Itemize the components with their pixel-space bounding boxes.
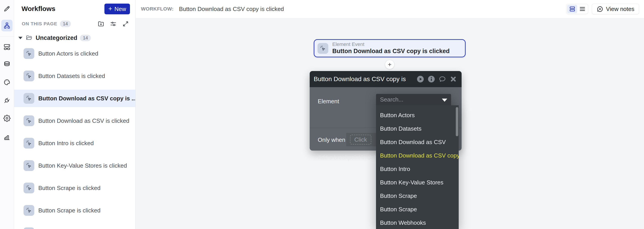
new-workflow-button[interactable]: + New: [104, 4, 130, 14]
pencil-icon: [3, 5, 10, 12]
card-view-button[interactable]: [567, 5, 577, 13]
element-search-input[interactable]: [376, 94, 451, 105]
workflow-item-label: Button Datasets is clicked: [38, 72, 105, 80]
stacked-cards-icon: [569, 6, 576, 12]
folder-uncategorized[interactable]: Uncategorized 14: [14, 32, 135, 44]
database-icon: [3, 61, 10, 68]
new-button-label: New: [114, 6, 126, 12]
cursor-click-icon: [26, 207, 32, 214]
workflow-breadcrumb-label: WORKFLOW:: [141, 6, 174, 12]
left-icon-rail: [0, 0, 14, 229]
info-button[interactable]: [428, 75, 435, 83]
sidebar-item-settings[interactable]: [3, 115, 10, 122]
folder-count-badge: 14: [80, 35, 91, 41]
close-button[interactable]: [450, 75, 457, 83]
element-option[interactable]: Button Key-Value Stores: [376, 176, 459, 189]
modal-header[interactable]: Button Download as CSV copy is: [310, 71, 462, 87]
frame-icon: [3, 44, 10, 51]
element-option[interactable]: Button Datasets: [376, 122, 459, 135]
expand-button[interactable]: [122, 20, 129, 27]
expand-icon: [122, 20, 129, 27]
element-option[interactable]: Button Download as CSV: [376, 135, 459, 149]
element-option[interactable]: Button Webhooks: [376, 216, 459, 229]
on-this-page-row: ON THIS PAGE 14: [14, 19, 135, 29]
workflow-list-item[interactable]: Button Actors is clicked: [14, 42, 135, 65]
sidebar-item-design[interactable]: [3, 5, 10, 12]
element-option-label: Button Datasets: [380, 125, 422, 132]
view-notes-button[interactable]: View notes: [592, 4, 639, 14]
workflow-item-label: Button Scrape is clicked: [38, 207, 100, 214]
bar-chart-icon: [3, 134, 10, 141]
sidebar-item-styles[interactable]: [3, 79, 10, 86]
workflow-list-item[interactable]: [14, 222, 135, 229]
workflow-list-item[interactable]: Button Intro is clicked: [14, 132, 135, 154]
add-folder-button[interactable]: [98, 20, 104, 27]
event-node[interactable]: Element Event Button Download as CSV cop…: [314, 39, 466, 57]
filter-button[interactable]: [110, 20, 117, 27]
hamburger-icon: [579, 6, 586, 12]
breakpoint-row[interactable]: Add a breakpoint in deb: [318, 154, 377, 162]
workflow-item-label: Button Scrape is clicked: [38, 185, 100, 192]
notes-bubble-icon: [596, 6, 604, 12]
element-option[interactable]: Button Scrape: [376, 189, 459, 202]
run-button[interactable]: [416, 75, 424, 83]
close-icon: [450, 75, 457, 83]
cursor-click-icon: [320, 45, 326, 52]
cursor-click-icon: [26, 73, 32, 79]
workflow-item-label: Button Actors is clicked: [38, 50, 98, 57]
element-option[interactable]: Button Actors: [376, 108, 459, 122]
sidebar-item-plugins[interactable]: [3, 97, 10, 104]
cursor-click-icon: [26, 50, 32, 57]
plug-icon: [3, 97, 10, 104]
workflow-list-item[interactable]: Button Datasets is clicked: [14, 65, 135, 87]
workflow-editor: Workflows + New ON THIS PAGE 14: [0, 0, 644, 229]
workflow-list-item[interactable]: Button Download as CSV copy is ...: [14, 87, 135, 110]
modal-title: Button Download as CSV copy is: [314, 76, 406, 83]
node-title: Button Download as CSV copy is clicked: [332, 48, 450, 55]
workflow-list-item[interactable]: Button Scrape is clicked: [14, 199, 135, 222]
section-label: ON THIS PAGE: [22, 21, 57, 26]
node-type-label: Element Event: [332, 42, 450, 47]
sidebar-item-components[interactable]: [3, 44, 10, 51]
click-condition-chip[interactable]: Click: [350, 135, 371, 144]
caret-down-icon[interactable]: [18, 37, 22, 39]
workflow-item-label: Button Download as CSV copy is ...: [38, 95, 136, 102]
sidebar-item-logs[interactable]: [3, 134, 10, 141]
add-step-button[interactable]: +: [385, 60, 394, 69]
element-option[interactable]: Button Intro: [376, 162, 459, 176]
chevron-down-icon[interactable]: [442, 98, 447, 102]
workflow-list-item[interactable]: Button Scrape is clicked: [14, 177, 135, 199]
cursor-click-icon: [26, 140, 32, 146]
play-circle-icon: [416, 75, 424, 83]
list-view-button[interactable]: [577, 5, 587, 13]
dropdown-scrollbar-thumb[interactable]: [456, 107, 458, 136]
workflow-icon: [3, 22, 10, 29]
view-notes-label: View notes: [606, 6, 634, 12]
element-option[interactable]: Button Scrape: [376, 202, 459, 216]
sidebar-item-workflows[interactable]: [1, 20, 12, 31]
element-dropdown: Button Actors Button Datasets Button Dow…: [376, 94, 459, 229]
cursor-click-icon: [26, 162, 32, 169]
comment-button[interactable]: [438, 75, 446, 83]
workflow-list-item[interactable]: Button Key-Value Stores is clicked: [14, 154, 135, 177]
element-option[interactable]: Button Download as CSV copy: [376, 149, 459, 162]
workflow-breadcrumb-name: Button Download as CSV copy is clicked: [179, 6, 284, 12]
workflow-item-label: Button Key-Value Stores is clicked: [38, 162, 127, 169]
gear-icon: [3, 115, 10, 122]
sidebar-item-data[interactable]: [3, 61, 10, 68]
breakpoint-label: Add a breakpoint in deb: [318, 154, 377, 161]
comment-bubble-icon: [438, 75, 446, 83]
page-title: Workflows: [22, 5, 55, 12]
sliders-icon: [110, 20, 117, 27]
section-count-badge: 14: [60, 20, 71, 27]
workflow-list-item[interactable]: Button Download as CSV is clicked: [14, 110, 135, 132]
rail-divider: [0, 36, 14, 37]
condition-input[interactable]: Click: [346, 133, 380, 146]
workflow-item-label: Button Intro is clicked: [38, 140, 94, 147]
element-option-label: Button Actors: [380, 112, 415, 119]
element-option-label: Button Webhooks: [380, 219, 426, 226]
view-mode-toggle: [566, 4, 588, 14]
folder-plus-icon: [98, 20, 104, 27]
element-option-label: Button Download as CSV: [380, 139, 446, 146]
topbar: WORKFLOW: Button Download as CSV copy is…: [136, 0, 644, 18]
